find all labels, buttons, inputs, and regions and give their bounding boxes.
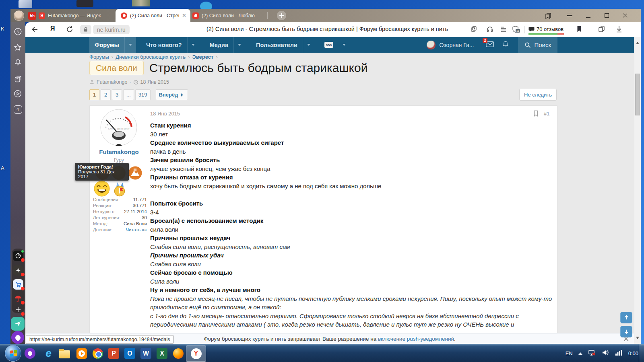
headphones-icon[interactable] xyxy=(486,25,493,34)
scroll-to-bottom-button[interactable] xyxy=(620,326,632,337)
post-bookmark-icon[interactable] xyxy=(533,110,539,118)
taskbar-word-icon[interactable]: W xyxy=(140,348,152,359)
taskbar-media-player-icon[interactable] xyxy=(76,348,87,359)
signal-bars-icon[interactable] xyxy=(615,350,623,357)
search-box[interactable]: Поиск xyxy=(518,37,557,53)
page-button-1[interactable]: 1 xyxy=(89,89,99,100)
add-service-plus-icon[interactable] xyxy=(13,304,23,315)
alerts-bell-icon[interactable] xyxy=(502,40,509,49)
nav-item-sos[interactable]: sos xyxy=(319,37,339,53)
language-indicator[interactable]: EN xyxy=(566,350,573,356)
nav-users-caret[interactable] xyxy=(303,37,314,53)
tab-background[interactable]: (2) Сила воли - Люблю се xyxy=(192,9,266,22)
notifications-bell-icon[interactable] xyxy=(13,57,23,67)
umbrella-service-icon[interactable] xyxy=(13,293,23,304)
tab-yandex-search[interactable]: Я Futamakongo — Яндекс: н xyxy=(39,9,114,22)
market-cart-icon[interactable] xyxy=(13,279,23,290)
show-desktop-button[interactable] xyxy=(639,344,644,362)
push-permission-link[interactable]: включение push-уведомлений xyxy=(378,336,454,342)
page-button-319[interactable]: 319 xyxy=(135,89,151,100)
nav-forums-caret[interactable] xyxy=(124,37,136,53)
post-author-avatar[interactable]: Give-A-Fuck-O-Meter xyxy=(100,109,137,146)
pinned-tab-hh-icon[interactable]: hh xyxy=(28,12,36,20)
inbox-envelope-icon[interactable]: 2 xyxy=(486,41,494,49)
taskbar-firefox-icon[interactable] xyxy=(172,348,184,359)
laughing-emoji-badge[interactable] xyxy=(94,181,110,197)
ssl-lock-icon[interactable] xyxy=(80,25,91,34)
minimize-button[interactable] xyxy=(581,9,595,22)
nav-whats-new-caret[interactable] xyxy=(187,37,199,53)
taskbar-alice-icon[interactable] xyxy=(24,348,36,359)
collections-icon[interactable] xyxy=(598,25,605,35)
reviews-bubble-icon[interactable] xyxy=(528,27,535,34)
breadcrumb-everest[interactable]: Эверест xyxy=(192,54,214,60)
camera-service-icon[interactable] xyxy=(13,251,23,261)
medal-badge[interactable] xyxy=(112,181,127,197)
thread-author[interactable]: Futamakongo xyxy=(97,79,127,85)
post-number[interactable]: #1 xyxy=(544,111,549,117)
taskbar-excel-icon[interactable]: X xyxy=(156,348,168,359)
mountain-award-badge[interactable] xyxy=(128,166,142,180)
maximize-button[interactable] xyxy=(600,9,613,22)
nav-sos-caret[interactable] xyxy=(339,37,350,53)
reader-mode-icon[interactable] xyxy=(500,25,507,34)
nav-media-caret[interactable] xyxy=(233,37,245,53)
breadcrumb-diaries[interactable]: Дневники бросающих курить xyxy=(116,54,186,60)
page-scrollbar[interactable] xyxy=(634,37,641,344)
tab-panel-icon[interactable] xyxy=(541,9,555,22)
copy-link-icon[interactable] xyxy=(470,25,477,34)
page-button-2[interactable]: 2 xyxy=(101,89,111,100)
taskbar-yandex-browser-active[interactable]: Y xyxy=(186,346,206,362)
sparkle-service-icon[interactable] xyxy=(13,265,23,276)
url-domain[interactable]: ne-kurim.ru xyxy=(93,25,130,34)
reviews-count[interactable]: 70 отзывов xyxy=(537,26,564,32)
unfollow-button[interactable]: Не следить xyxy=(519,89,557,101)
next-page-button[interactable]: Вперёд xyxy=(156,89,188,100)
taskbar-powerpoint-icon[interactable]: P xyxy=(108,348,120,359)
bookmarks-star-icon[interactable] xyxy=(13,43,23,52)
download-icon[interactable] xyxy=(615,25,623,35)
post-date[interactable]: 18 Янв 2015 xyxy=(150,111,180,117)
browser-profile-avatar[interactable] xyxy=(14,10,24,21)
page-ellipsis[interactable]: ... xyxy=(123,89,134,100)
tab-close-icon[interactable]: ✕ xyxy=(182,12,186,19)
close-button[interactable] xyxy=(618,9,632,22)
history-clock-icon[interactable] xyxy=(13,27,23,36)
start-button[interactable] xyxy=(5,345,21,362)
articles-icon[interactable] xyxy=(13,74,23,84)
post-author-name[interactable]: Futamakongo xyxy=(90,148,148,155)
nav-item-media[interactable]: Медиа xyxy=(204,37,233,53)
taskbar-ie-icon[interactable]: e xyxy=(43,348,54,359)
tab-active[interactable]: (2) Сила воли - Стремл ✕ xyxy=(116,9,190,22)
alice-assistant-icon[interactable] xyxy=(11,331,24,344)
tray-clock[interactable]: 0:00 xyxy=(628,350,638,356)
nav-item-whats-new[interactable]: Что нового? xyxy=(141,37,187,53)
diary-read-link[interactable]: Читать »» xyxy=(126,227,147,233)
messenger-icon[interactable] xyxy=(11,317,25,331)
breadcrumb-forums[interactable]: Форумы xyxy=(89,54,109,60)
bookmark-flag-icon[interactable] xyxy=(576,25,582,34)
hidden-icons-arrow[interactable] xyxy=(578,350,582,355)
video-play-icon[interactable] xyxy=(13,89,23,99)
new-tab-button[interactable] xyxy=(277,11,286,20)
scrollbar-down-arrow[interactable] xyxy=(636,337,639,341)
yandex-logo[interactable]: Я xyxy=(50,25,55,32)
thread-prefix-badge[interactable]: Сила воли xyxy=(89,61,144,75)
tab-counter-icon[interactable]: 4 xyxy=(13,105,23,114)
protect-shield-icon[interactable]: 11 xyxy=(512,25,519,35)
page-button-3[interactable]: 3 xyxy=(112,89,122,100)
network-disconnected-icon[interactable] xyxy=(588,349,596,358)
taskbar-chrome-icon[interactable] xyxy=(92,348,103,359)
nav-item-users[interactable]: Пользователи xyxy=(251,37,303,53)
nav-item-forums[interactable]: Форумы xyxy=(89,37,124,53)
current-user-name[interactable]: Озорная Га... xyxy=(439,42,474,48)
taskbar-explorer-icon[interactable] xyxy=(59,348,70,359)
scrollbar-thumb[interactable] xyxy=(635,74,640,115)
scrollbar-up-arrow[interactable] xyxy=(636,40,639,44)
volume-icon[interactable] xyxy=(602,349,609,358)
menu-icon[interactable] xyxy=(563,9,576,22)
taskbar-outlook-icon[interactable]: O xyxy=(124,348,136,359)
user-avatar[interactable] xyxy=(427,41,436,49)
back-icon[interactable] xyxy=(31,25,39,35)
refresh-icon[interactable] xyxy=(66,25,74,35)
